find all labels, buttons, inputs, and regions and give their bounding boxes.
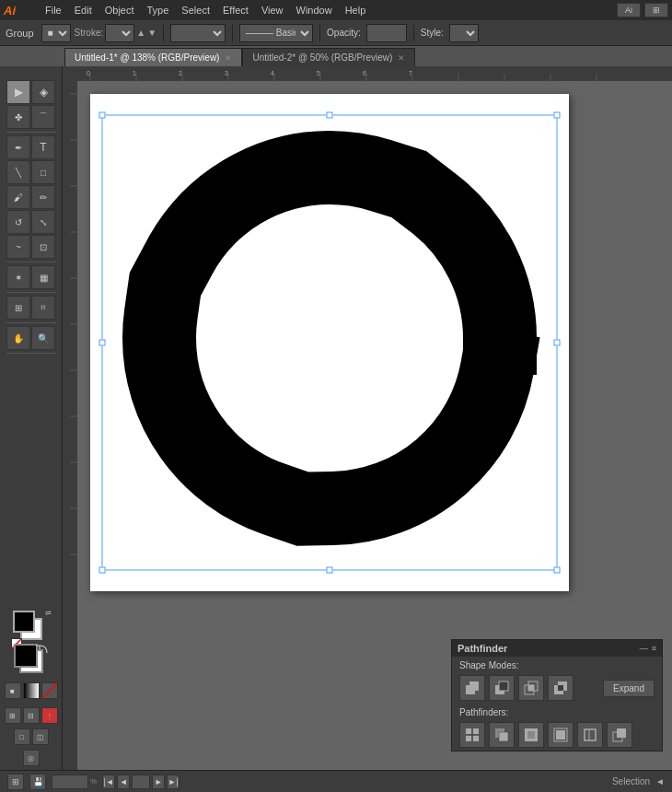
menu-help[interactable]: Help: [339, 3, 373, 17]
tab-2-close[interactable]: ✕: [398, 53, 405, 63]
gradient-mode-btn[interactable]: [23, 682, 40, 699]
exclude-btn[interactable]: [548, 675, 574, 701]
merge-icon: [523, 727, 539, 743]
symbol-sprayer-tool[interactable]: ✶: [6, 265, 30, 289]
tool-sep-1: [6, 132, 56, 133]
minus-back-btn[interactable]: [607, 722, 632, 748]
svg-rect-52: [527, 731, 535, 739]
style-label: Style:: [421, 28, 444, 38]
lasso-tool[interactable]: ⌒: [31, 105, 55, 129]
svg-rect-50: [499, 732, 508, 741]
outline-btn[interactable]: [577, 722, 603, 748]
zoom-input[interactable]: 138%: [52, 775, 88, 789]
none-mode-icon: [42, 683, 57, 698]
tab-1-close[interactable]: ✕: [225, 53, 232, 63]
next-page-btn[interactable]: ►|: [167, 775, 180, 789]
type-tool[interactable]: T: [31, 135, 55, 159]
draw-behind-btn[interactable]: ◫: [32, 728, 49, 745]
screen-mode-btn3[interactable]: ⋮: [41, 707, 58, 724]
free-transform-tool[interactable]: ⊡: [31, 235, 55, 259]
warp-tool[interactable]: ~: [6, 235, 30, 259]
status-arrow[interactable]: ◄: [655, 776, 665, 786]
svg-rect-23: [63, 66, 77, 770]
menu-edit[interactable]: Edit: [68, 3, 98, 17]
zoom-percent: %: [90, 777, 97, 786]
direct-selection-tool[interactable]: ◈: [31, 80, 55, 104]
artboard-tool[interactable]: ⊞: [6, 296, 30, 320]
color-mode-btn[interactable]: ■: [5, 682, 21, 699]
arrange-windows-btn[interactable]: ⊞: [644, 3, 668, 17]
crop-btn[interactable]: [548, 722, 574, 748]
none-mode-btn[interactable]: [41, 682, 58, 699]
merge-btn[interactable]: [518, 722, 544, 748]
screen-mode-btn2[interactable]: ⊟: [23, 707, 40, 724]
style-selector[interactable]: [449, 24, 479, 42]
expand-btn[interactable]: Expand: [603, 680, 655, 697]
fill-color-box[interactable]: [13, 611, 35, 633]
svg-rect-45: [558, 685, 563, 691]
line-tool[interactable]: ╲: [6, 160, 30, 184]
pathfinder-menu-btn[interactable]: ≡: [652, 644, 656, 653]
stroke-arrow-up[interactable]: ▲: [136, 28, 145, 38]
canvas-area[interactable]: 0 1 2 3 4 5 6 7: [63, 66, 672, 770]
screen-mode-btn[interactable]: ⊞: [5, 707, 21, 724]
fill-selector[interactable]: ■: [41, 24, 71, 42]
rotate-tool[interactable]: ↺: [6, 210, 30, 234]
artboard-nav-icon[interactable]: ⊞: [7, 774, 24, 790]
workspace-switcher[interactable]: Ai: [617, 3, 641, 17]
next-btn[interactable]: ►: [152, 775, 165, 789]
paintbrush-tool[interactable]: 🖌: [6, 185, 30, 209]
tab-2[interactable]: Untitled-2* @ 50% (RGB/Preview) ✕: [242, 48, 415, 66]
pencil-tool[interactable]: ✏: [31, 185, 55, 209]
stroke-selector[interactable]: [105, 24, 134, 42]
magic-wand-tool[interactable]: ✤: [6, 105, 30, 129]
intersect-icon: [523, 680, 539, 696]
minus-front-btn[interactable]: [489, 675, 515, 701]
stroke-style-selector[interactable]: [170, 24, 226, 42]
svg-rect-2: [63, 66, 672, 81]
intersect-btn[interactable]: [518, 675, 544, 701]
tab-bar: Untitled-1* @ 138% (RGB/Preview) ✕ Untit…: [0, 46, 672, 66]
isolation-btn[interactable]: ◎: [23, 750, 40, 766]
menu-object[interactable]: Object: [98, 3, 141, 17]
pathfinders-label: Pathfinders:: [452, 704, 662, 719]
scale-tool[interactable]: ⤡: [31, 210, 55, 234]
toolbar-sep-2: [232, 25, 233, 41]
swap-colors-icon[interactable]: ⇌: [45, 609, 52, 617]
slice-tool[interactable]: ⌗: [31, 296, 55, 320]
zoom-nav: |◄ ◄ 1 ► ►|: [102, 775, 180, 789]
ring-svg: [90, 94, 569, 591]
menu-effect[interactable]: Effect: [216, 3, 255, 17]
stroke-weight-selector[interactable]: ——— Basic: [239, 24, 313, 42]
svg-text:3: 3: [225, 70, 228, 76]
toolbar-sep-4: [413, 25, 414, 41]
svg-text:1: 1: [133, 70, 136, 76]
save-icon[interactable]: 💾: [29, 774, 46, 790]
tool-row-4: ╲ □: [6, 160, 55, 184]
prev-page-btn[interactable]: |◄: [102, 775, 115, 789]
opacity-input[interactable]: 100%: [366, 24, 407, 42]
ruler-h-ticks: 0 1 2 3 4 5 6 7: [63, 66, 672, 81]
column-graph-tool[interactable]: ▦: [31, 265, 55, 289]
selection-tool[interactable]: ▶: [6, 80, 30, 104]
pathfinder-collapse-btn[interactable]: —: [640, 644, 648, 653]
artboard[interactable]: [90, 94, 569, 591]
trim-btn[interactable]: [489, 722, 515, 748]
menu-type[interactable]: Type: [141, 3, 176, 17]
stroke-arrow-down[interactable]: ▼: [147, 28, 156, 38]
toolbar-sep-3: [319, 25, 320, 41]
draw-inside-btn[interactable]: □: [14, 728, 30, 745]
pen-tool[interactable]: ✒: [6, 135, 30, 159]
divide-btn[interactable]: [459, 722, 485, 748]
menu-view[interactable]: View: [255, 3, 290, 17]
prev-btn[interactable]: ◄: [117, 775, 130, 789]
shape-tool[interactable]: □: [31, 160, 55, 184]
menu-select[interactable]: Select: [175, 3, 216, 17]
unite-btn[interactable]: [459, 675, 485, 701]
menu-file[interactable]: File: [39, 3, 68, 17]
page-input[interactable]: 1: [132, 775, 150, 789]
menu-window[interactable]: Window: [290, 3, 339, 17]
hand-tool[interactable]: ✋: [6, 326, 30, 350]
zoom-tool[interactable]: 🔍: [31, 326, 55, 350]
tab-1[interactable]: Untitled-1* @ 138% (RGB/Preview) ✕: [64, 48, 242, 66]
